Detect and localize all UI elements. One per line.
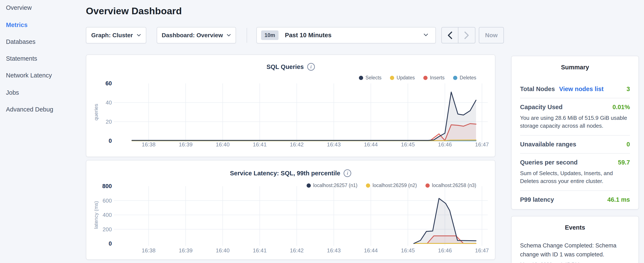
view-nodes-list-link[interactable]: View nodes list (559, 86, 604, 93)
svg-text:200: 200 (103, 226, 112, 232)
svg-text:16:43: 16:43 (327, 141, 340, 148)
svg-text:40: 40 (106, 99, 112, 106)
svg-text:16:45: 16:45 (401, 141, 415, 148)
svg-text:20: 20 (106, 119, 112, 125)
summary-description: You are using 28.6 MiB of 515.9 GiB usab… (520, 114, 630, 130)
chart-legend: localhost:26257 (n1)localhost:26259 (n2)… (306, 183, 476, 188)
chart-legend: SelectsUpdatesInsertsDeletes (359, 75, 476, 81)
svg-text:queries: queries (93, 104, 99, 121)
dashboard-dropdown-label: Dashboard: Overview (162, 32, 223, 39)
legend-dot-icon (366, 183, 370, 188)
legend-dot-icon (423, 76, 428, 80)
svg-text:16:45: 16:45 (401, 247, 415, 254)
summary-label: Unavailable ranges (520, 141, 576, 148)
summary-row-total-nodes: Total Nodes View nodes list 3 (520, 80, 630, 98)
legend-item[interactable]: Inserts (423, 75, 444, 81)
summary-value: 0.01% (612, 104, 630, 111)
summary-row-queries-per-second: Queries per second 59.7 Sum of Selects, … (520, 154, 630, 191)
legend-label: localhost:26257 (n1) (313, 183, 358, 188)
sidebar-item-jobs[interactable]: Jobs (6, 89, 19, 96)
svg-text:16:40: 16:40 (216, 247, 230, 254)
previous-time-button[interactable] (442, 28, 458, 43)
summary-row-capacity-used: Capacity Used 0.01% You are using 28.6 M… (520, 98, 630, 136)
toolbar-divider (247, 28, 247, 43)
svg-text:400: 400 (103, 212, 112, 218)
legend-label: Inserts (430, 75, 444, 81)
time-range-label: Past 10 Minutes (285, 32, 424, 39)
svg-text:latency (ms): latency (ms) (93, 201, 99, 229)
summary-label: Total Nodes (520, 86, 555, 93)
chevron-down-icon (137, 34, 141, 37)
sidebar-item-advanced-debug[interactable]: Advanced Debug (6, 106, 53, 113)
event-item: Schema Change Completed: Schema change w… (520, 241, 630, 263)
summary-label: Capacity Used (520, 104, 562, 111)
toolbar: Graph: Cluster Dashboard: Overview 10m P… (0, 27, 644, 43)
legend-dot-icon (359, 76, 363, 80)
sidebar-item-network-latency[interactable]: Network Latency (6, 72, 52, 79)
legend-item[interactable]: Updates (390, 75, 415, 81)
summary-row-p99-latency: P99 latency 46.1 ms (520, 191, 630, 208)
svg-text:16:47: 16:47 (475, 141, 489, 148)
legend-dot-icon (453, 76, 457, 80)
chart-title: Service Latency: SQL, 99th percentile (230, 170, 340, 177)
legend-label: Updates (396, 75, 415, 81)
service-latency-card: 16:3816:3916:4016:4116:4216:4316:4416:45… (86, 160, 496, 260)
event-date: May 13, 2020 at 4:45 PM (520, 262, 630, 263)
svg-text:16:43: 16:43 (327, 247, 340, 254)
chevron-down-icon (424, 34, 428, 37)
chart-title: SQL Queries (266, 63, 304, 70)
svg-text:16:44: 16:44 (364, 247, 378, 254)
dashboard-dropdown[interactable]: Dashboard: Overview (157, 27, 236, 43)
summary-value: 59.7 (618, 159, 630, 166)
svg-text:16:39: 16:39 (179, 247, 193, 254)
svg-text:16:39: 16:39 (179, 141, 193, 148)
time-range-badge: 10m (261, 31, 278, 40)
svg-text:16:40: 16:40 (216, 141, 230, 148)
sidebar-item-statements[interactable]: Statements (6, 55, 37, 62)
svg-text:16:41: 16:41 (253, 141, 266, 148)
svg-text:16:42: 16:42 (290, 141, 304, 148)
next-time-button[interactable] (458, 28, 475, 43)
sidebar-item-overview[interactable]: Overview (6, 4, 32, 11)
svg-text:16:42: 16:42 (290, 247, 304, 254)
page-title: Overview Dashboard (86, 6, 182, 17)
sql-queries-card: 16:3816:3916:4016:4116:4216:4316:4416:45… (86, 55, 496, 157)
summary-value: 46.1 ms (608, 196, 630, 203)
events-panel: Events Schema Change Completed: Schema c… (511, 216, 639, 263)
legend-item[interactable]: localhost:26259 (n2) (366, 183, 417, 188)
legend-dot-icon (390, 76, 394, 80)
now-button[interactable]: Now (479, 27, 504, 43)
legend-label: localhost:26259 (n2) (372, 183, 417, 188)
svg-text:16:47: 16:47 (475, 247, 489, 254)
graph-scope-dropdown[interactable]: Graph: Cluster (86, 27, 146, 43)
svg-text:60: 60 (106, 80, 112, 87)
info-icon[interactable]: i (344, 169, 351, 177)
legend-label: Deletes (460, 75, 476, 81)
legend-item[interactable]: Deletes (453, 75, 476, 81)
graph-scope-dropdown-label: Graph: Cluster (91, 32, 133, 39)
summary-panel: Summary Total Nodes View nodes list 3 Ca… (511, 56, 639, 210)
summary-label: P99 latency (520, 196, 554, 203)
svg-text:16:46: 16:46 (438, 141, 452, 148)
legend-label: localhost:26258 (n3) (432, 183, 476, 188)
legend-item[interactable]: localhost:26258 (n3) (426, 183, 476, 188)
svg-text:16:46: 16:46 (438, 247, 452, 254)
chevron-down-icon (227, 34, 231, 37)
summary-value: 3 (626, 86, 630, 93)
info-icon[interactable]: i (307, 63, 315, 71)
svg-text:16:38: 16:38 (142, 247, 156, 254)
time-range-selector[interactable]: 10m Past 10 Minutes (256, 27, 436, 43)
svg-text:16:41: 16:41 (253, 247, 266, 254)
legend-dot-icon (426, 183, 430, 188)
svg-text:0: 0 (109, 138, 112, 144)
svg-text:800: 800 (102, 183, 112, 189)
legend-item[interactable]: localhost:26257 (n1) (306, 183, 358, 188)
event-text: Schema Change Completed: Schema change w… (520, 241, 630, 259)
time-step-buttons (442, 27, 476, 43)
summary-description: Sum of Selects, Updates, Inserts, and De… (520, 169, 630, 185)
summary-label: Queries per second (520, 159, 578, 166)
legend-item[interactable]: Selects (359, 75, 382, 81)
svg-text:600: 600 (103, 197, 112, 204)
summary-row-unavailable-ranges: Unavailable ranges 0 (520, 136, 630, 154)
svg-text:16:38: 16:38 (142, 141, 156, 148)
